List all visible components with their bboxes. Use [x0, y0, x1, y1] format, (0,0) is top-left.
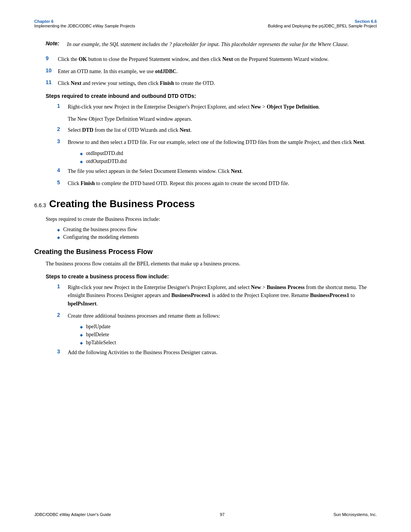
bullet-bpelUpdate: ◆ bpelUpdate [34, 324, 377, 330]
intro-bullet-2: ◆ Configuring the modeling elements [34, 234, 377, 240]
dtd-sub-step-1: 1 Right-click your new Project in the En… [34, 103, 377, 111]
header-left: Chapter 6 Implementing the JDBC/ODBC eWa… [34, 19, 135, 28]
dtd-sub-step-3: 3 Browse to and then select a DTD file. … [34, 138, 377, 147]
subsection-steps-heading: Steps to create a business process flow … [46, 273, 377, 280]
top-steps-list: 9 Click the OK button to close the Prepa… [34, 55, 377, 88]
step-content-11: Click Next and review your settings, the… [58, 79, 377, 88]
footer-left-text: JDBC/ODBC eWay Adapter User's Guide [34, 512, 111, 517]
dtd-sub-step-1-note: The New Object Type Definition Wizard wi… [68, 115, 377, 123]
intro-bullet-text-1: Creating the business process flow [63, 227, 137, 233]
note-text: In our example, the SQL statement includ… [67, 40, 349, 48]
bullet-otdInputDTD: ◆ otdInputDTD.dtd [34, 150, 377, 157]
dtd-steps-heading: Steps required to create inbound and out… [46, 93, 377, 99]
bp-step-number-2: 2 [57, 312, 68, 320]
bullet-bpelUpdate-text: bpelUpdate [86, 324, 111, 330]
intro-bullet-text-2: Configuring the modeling elements [63, 234, 139, 240]
bullet-diamond-bpelDelete: ◆ [80, 332, 83, 338]
page-footer: JDBC/ODBC eWay Adapter User's Guide 97 S… [34, 512, 377, 517]
dtd-sub-step-4: 4 The file you select appears in the Sel… [34, 167, 377, 176]
bp-step-content-3: Add the following Activities to the Busi… [68, 348, 377, 357]
dtd-sub-step-content-4: The file you select appears in the Selec… [68, 167, 377, 176]
note-label: Note: [46, 40, 65, 48]
step-number-11: 11 [46, 79, 58, 88]
header-section-subtitle: Building and Deploying the prjJDBC_BPEL … [268, 24, 377, 28]
dtd-sub-step-content-2: Select DTD from the list of OTD Wizards … [68, 126, 377, 134]
footer-center-page: 97 [220, 512, 225, 517]
bp-step-1: 1 Right-click your new Project in the En… [34, 283, 377, 308]
bp-step-2: 2 Create three additional business proce… [34, 312, 377, 320]
section-663-intro: Steps required to create the Business Pr… [46, 215, 377, 224]
step-item-9: 9 Click the OK button to close the Prepa… [34, 55, 377, 64]
bp-step-2-bullets: ◆ bpelUpdate ◆ bpelDelete ◆ bpTableSelec… [34, 324, 377, 346]
step-number-9: 9 [46, 55, 58, 64]
dtd-sub-step-content-5: Click Finish to complete the DTD based O… [68, 179, 377, 188]
dtd-sub-step-number-3: 3 [57, 138, 68, 147]
step-item-10: 10 Enter an OTD name. In this example, w… [34, 67, 377, 76]
bp-step-number-3: 3 [57, 348, 68, 357]
bullet-bpTableSelect-text: bpTableSelect [86, 340, 116, 346]
step-number-10: 10 [46, 67, 58, 76]
dtd-sub-step-number-2: 2 [57, 126, 68, 134]
bp-steps-list: 1 Right-click your new Project in the En… [34, 283, 377, 357]
bullet-otdInputDTD-text: otdInputDTD.dtd [86, 150, 123, 157]
bullet-bpTableSelect: ◆ bpTableSelect [34, 340, 377, 346]
bullet-otdOutputDTD: ◆ otdOutputDTD.dtd [34, 158, 377, 165]
step-item-11: 11 Click Next and review your settings, … [34, 79, 377, 88]
header-section-label: Section 6.6 [268, 19, 377, 24]
bullet-bpelDelete-text: bpelDelete [86, 332, 109, 338]
intro-bullet-1: ◆ Creating the business process flow [34, 227, 377, 233]
subsection-heading: Creating the Business Process Flow [34, 248, 377, 256]
footer-right-text: Sun Microsystems, Inc. [333, 512, 377, 517]
dtd-sub-step-5: 5 Click Finish to complete the DTD based… [34, 179, 377, 188]
bp-step-number-1: 1 [57, 283, 68, 308]
note-block: Note: In our example, the SQL statement … [34, 40, 377, 48]
bp-step-content-2: Create three additional business process… [68, 312, 377, 320]
page-header: Chapter 6 Implementing the JDBC/ODBC eWa… [34, 19, 377, 28]
section-title: Creating the Business Process [49, 198, 195, 209]
dtd-sub-step-2: 2 Select DTD from the list of OTD Wizard… [34, 126, 377, 134]
bullet-bpelDelete: ◆ bpelDelete [34, 332, 377, 338]
dtd-sub-step-content-1: Right-click your new Project in the Ente… [68, 103, 377, 111]
header-chapter-label: Chapter 6 [34, 19, 135, 24]
bp-step-3: 3 Add the following Activities to the Bu… [34, 348, 377, 357]
subsection-body: The business process flow contains all t… [46, 260, 377, 268]
page: Chapter 6 Implementing the JDBC/ODBC eWa… [0, 0, 411, 532]
intro-bullet-diamond-1: ◆ [57, 228, 60, 232]
dtd-sub-step-content-3: Browse to and then select a DTD file. Fo… [68, 138, 377, 147]
section-663-intro-bullets: ◆ Creating the business process flow ◆ C… [34, 227, 377, 240]
bullet-otdOutputDTD-text: otdOutputDTD.dtd [86, 158, 127, 165]
dtd-sub-step-number-1: 1 [57, 103, 68, 111]
bullet-diamond-bpelUpdate: ◆ [80, 324, 83, 330]
step-content-10: Enter an OTD name. In this example, we u… [58, 67, 377, 76]
section-663-heading: 6.6.3Creating the Business Process [34, 198, 377, 210]
dtd-sub-steps-list: 1 Right-click your new Project in the En… [34, 103, 377, 187]
section-number: 6.6.3 [34, 202, 46, 208]
bp-step-content-1: Right-click your new Project in the Ente… [68, 283, 377, 308]
header-chapter-subtitle: Implementing the JDBC/ODBC eWay Sample P… [34, 24, 135, 28]
dtd-sub-step-number-5: 5 [57, 179, 68, 188]
bullet-diamond-icon: ◆ [80, 151, 83, 157]
dtd-sub-step-3-bullets: ◆ otdInputDTD.dtd ◆ otdOutputDTD.dtd [34, 150, 377, 165]
bullet-diamond-bpTableSelect: ◆ [80, 340, 83, 346]
dtd-sub-step-number-4: 4 [57, 167, 68, 176]
intro-bullet-diamond-2: ◆ [57, 235, 60, 240]
step-content-9: Click the OK button to close the Prepare… [58, 55, 377, 64]
bullet-diamond-icon-2: ◆ [80, 159, 83, 165]
header-right: Section 6.6 Building and Deploying the p… [268, 19, 377, 28]
